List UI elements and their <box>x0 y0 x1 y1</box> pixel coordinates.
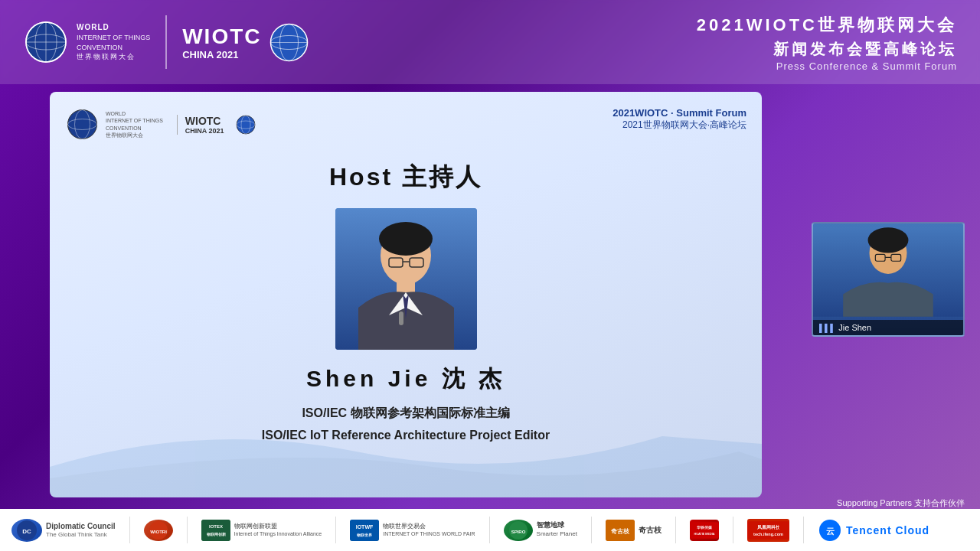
person-illustration <box>335 208 477 350</box>
iotwf-en: INTERNET OF THINGS WORLD FAIR <box>383 530 475 537</box>
main-slide: WORLD INTERNET OF THINGS CONVENTION 世界物联… <box>50 92 762 497</box>
iotex-logo: IOTEX 物联网创新 <box>201 520 230 541</box>
tencent-logo-group: 云 Tencent Cloud <box>818 518 929 543</box>
iotwf-logo: IOTWF 物联世界 <box>350 520 379 541</box>
header-logo-left: WORLD INTERNET OF THINGS CONVENTION 世界物联… <box>23 15 310 69</box>
divider-6 <box>675 517 676 543</box>
svg-text:凤凰网科技: 凤凰网科技 <box>756 523 780 529</box>
logo-line1: WORLD <box>77 22 150 33</box>
divider-7 <box>733 517 733 543</box>
svg-text:WIOTRI: WIOTRI <box>150 530 167 534</box>
slide-summit-title: 2021WIOTC · Summit Forum 2021世界物联网大会·高峰论… <box>612 107 746 132</box>
person-photo <box>335 208 477 350</box>
huatie-logo: 华铁传媒 HUATIE MEDIA <box>690 520 719 541</box>
signal-icon: ▌▌▌ <box>819 324 835 332</box>
svg-text:SPIRO: SPIRO <box>511 530 525 534</box>
logo-line2: INTERNET OF THINGS <box>77 33 150 43</box>
summit-title-cn: 2021世界物联网大会·高峰论坛 <box>612 119 746 132</box>
divider-4 <box>489 517 490 543</box>
wiotc-brand: WIOTC CHINA 2021 <box>182 21 309 64</box>
iotex-text: 物联网创新联盟 Internet of Things Innovation Al… <box>234 523 322 537</box>
partner-wiotri: WIOTRI <box>144 520 173 541</box>
partner-tencent: 云 Tencent Cloud <box>818 518 929 543</box>
qgz-logo: 奇古枝 <box>606 520 635 541</box>
sp-logo: SPIRO <box>504 520 533 541</box>
wiotri-logo: WIOTRI <box>144 520 173 541</box>
svg-text:IOTWF: IOTWF <box>356 524 374 530</box>
svg-text:物联网创新: 物联网创新 <box>205 532 225 536</box>
iotwf-text: 物联世界交易会 INTERNET OF THINGS WORLD FAIR <box>383 523 475 537</box>
svg-text:云: 云 <box>825 527 834 536</box>
svg-rect-44 <box>690 522 719 538</box>
svg-rect-19 <box>397 277 415 292</box>
svg-text:IOTEX: IOTEX <box>209 524 223 529</box>
tencent-name: Tencent Cloud <box>846 524 929 536</box>
wiotc-logo-left: WORLD INTERNET OF THINGS CONVENTION 世界物联… <box>23 19 150 65</box>
sp-cn: 智慧地球 <box>537 521 577 530</box>
divider-8 <box>803 517 804 543</box>
header-divider <box>165 15 167 69</box>
svg-text:物联世界: 物联世界 <box>356 533 373 537</box>
partner-iotwf: IOTWF 物联世界 物联世界交易会 INTERNET OF THINGS WO… <box>350 520 475 541</box>
wiotc-brand-text: WIOTC <box>182 24 261 49</box>
svg-text:华铁传媒: 华铁传媒 <box>696 524 713 529</box>
tencent-brand-text: Tencent Cloud <box>846 524 929 536</box>
bottom-partners-bar: DC Diplomatic Council The Global Think T… <box>0 509 980 551</box>
summit-title-en: 2021WIOTC · Summit Forum <box>612 107 746 119</box>
svg-point-26 <box>868 227 909 253</box>
partner-diplomatic-council: DC Diplomatic Council The Global Think T… <box>11 519 116 542</box>
dc-name: Diplomatic Council <box>46 521 116 531</box>
svg-rect-20 <box>399 311 403 325</box>
svg-point-10 <box>68 110 97 139</box>
video-person-label: Jie Shen <box>838 323 871 332</box>
partner-smarter-planet: SPIRO 智慧地球 Smarter Planet <box>504 520 577 541</box>
svg-text:奇古枝: 奇古枝 <box>611 528 630 535</box>
video-person-illustration <box>813 226 963 318</box>
svg-text:HUATIE MEDIA: HUATIE MEDIA <box>694 533 714 536</box>
event-title-cn1: 2021WIOTC世界物联网大会 <box>697 12 957 37</box>
dc-sub: The Global Think Tank <box>46 531 116 539</box>
event-title-cn2: 新闻发布会暨高峰论坛 <box>697 37 957 60</box>
slide-globe-icon <box>65 107 100 142</box>
host-label: Host 主持人 <box>329 161 482 194</box>
fenghuang-logo: 凤凰网科技 tech.ifeng.com <box>747 519 789 542</box>
globe-icon-left <box>23 19 69 65</box>
supporting-partners-label: Supporting Partners 支持合作伙伴 <box>837 497 965 509</box>
logo-cn: 世界物联网大会 <box>77 52 150 62</box>
iotwf-cn: 物联世界交易会 <box>383 523 475 530</box>
china-year-text: CHINA 2021 <box>182 49 261 60</box>
divider-5 <box>591 517 592 543</box>
iotex-cn: 物联网创新联盟 <box>234 523 322 530</box>
divider-1 <box>129 517 130 543</box>
divider-2 <box>187 517 188 543</box>
sp-en: Smarter Planet <box>537 530 577 538</box>
slide-globe-right <box>234 113 257 136</box>
dc-text: Diplomatic Council The Global Think Tank <box>46 521 116 539</box>
slide-background-decoration <box>50 406 762 497</box>
svg-rect-34 <box>201 520 230 541</box>
svg-rect-37 <box>350 520 379 541</box>
partner-qgz: 奇古枝 奇古枝 <box>606 520 662 541</box>
partner-fenghuang: 凤凰网科技 tech.ifeng.com <box>747 519 789 542</box>
video-person-view <box>813 223 963 320</box>
qgz-name: 奇古枝 <box>639 525 662 536</box>
slide-logo: WORLD INTERNET OF THINGS CONVENTION 世界物联… <box>65 107 257 142</box>
slide-logo-text: WORLD INTERNET OF THINGS CONVENTION 世界物联… <box>106 110 163 138</box>
wiotc-text-left: WORLD INTERNET OF THINGS CONVENTION 世界物联… <box>77 22 150 62</box>
video-label-bar: ▌▌▌ Jie Shen <box>813 320 963 335</box>
person-name: Shen Jie 沈 杰 <box>306 364 505 395</box>
tencent-cloud-icon: 云 <box>818 518 842 543</box>
sp-text: 智慧地球 Smarter Planet <box>537 521 577 538</box>
svg-text:tech.ifeng.com: tech.ifeng.com <box>753 532 783 536</box>
partner-huatie: 华铁传媒 HUATIE MEDIA <box>690 520 719 541</box>
divider-3 <box>335 517 336 543</box>
partner-iotex: IOTEX 物联网创新 物联网创新联盟 Internet of Things I… <box>201 520 322 541</box>
video-thumbnail: ▌▌▌ Jie Shen <box>812 222 965 337</box>
slide-wiotc-text: WIOTC <box>185 115 224 127</box>
logo-line3: CONVENTION <box>77 43 150 53</box>
top-header: WORLD INTERNET OF THINGS CONVENTION 世界物联… <box>0 0 980 84</box>
dc-logo: DC <box>11 519 42 542</box>
header-title-right: 2021WIOTC世界物联网大会 新闻发布会暨高峰论坛 Press Confer… <box>697 12 957 72</box>
svg-point-18 <box>379 222 433 256</box>
slide-header: WORLD INTERNET OF THINGS CONVENTION 世界物联… <box>65 107 746 142</box>
